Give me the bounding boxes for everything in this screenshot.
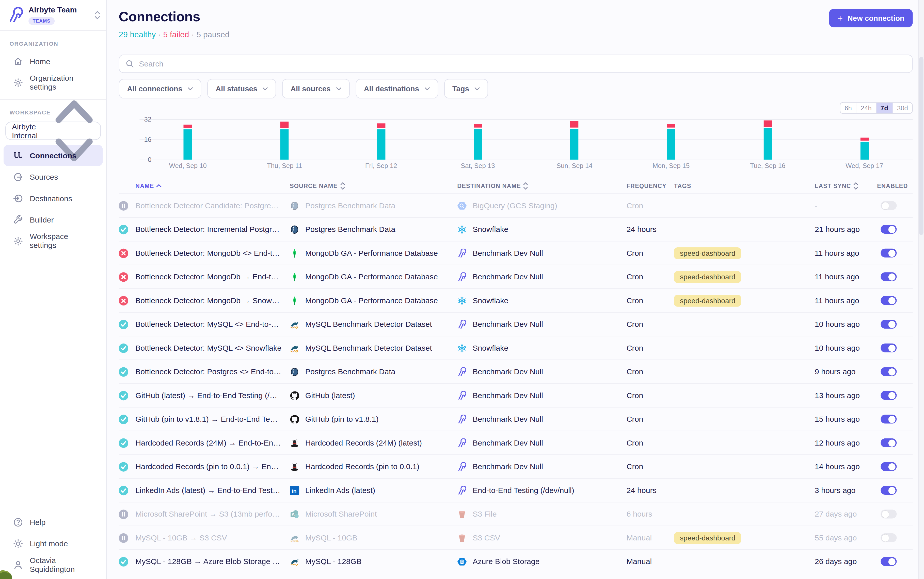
sidebar-footer-help[interactable]: Help [3, 511, 103, 533]
chart-bar-tue-sep-16[interactable] [720, 119, 816, 160]
tag-badge[interactable]: speed-dashboard [674, 247, 741, 259]
connection-name[interactable]: Bottleneck Detector: MongoDb <> End-to-E… [135, 249, 290, 258]
destination-cell[interactable]: Benchmark Dev Null [457, 272, 626, 281]
column-header-enabled[interactable]: ENABLED [877, 182, 913, 189]
tag-badge[interactable]: speed-dashboard [674, 271, 741, 283]
chart-bar-mon-sep-15[interactable] [623, 119, 720, 160]
sidebar-item-builder[interactable]: Builder [3, 209, 103, 230]
workspace-selector[interactable]: Airbyte Internal [5, 121, 101, 140]
filter-dropdown-all-connections[interactable]: All connections [119, 79, 202, 98]
enabled-toggle[interactable] [881, 367, 896, 376]
connection-name[interactable]: Bottleneck Detector: MongoDb → End-to-En… [135, 272, 290, 281]
destination-cell[interactable]: S3 CSV [457, 533, 626, 543]
destination-cell[interactable]: Benchmark Dev Null [457, 414, 626, 424]
connection-name[interactable]: GitHub (pin to v1.8.1) → End-to-End Test… [135, 415, 290, 424]
source-cell[interactable]: MySQL. MySQL Benchmark Detector Dataset [290, 319, 457, 329]
enabled-toggle[interactable] [881, 486, 896, 495]
source-cell[interactable]: in LinkedIn Ads (latest) [290, 486, 457, 495]
sidebar-footer-octavia-squiddington[interactable]: Octavia Squiddington [3, 554, 103, 576]
time-range-30d[interactable]: 30d [893, 103, 913, 113]
enabled-toggle[interactable] [881, 533, 896, 542]
destination-cell[interactable]: Snowflake [457, 296, 626, 305]
connection-name[interactable]: Hardcoded Records (pin to 0.0.1) → End-t… [135, 462, 290, 471]
filter-dropdown-all-sources[interactable]: All sources [282, 79, 350, 98]
source-cell[interactable]: Hardcoded Records (pin to 0.0.1) [290, 462, 457, 471]
source-cell[interactable]: MySQL. MySQL Benchmark Detector Dataset [290, 343, 457, 353]
sidebar-item-destinations[interactable]: Destinations [3, 188, 103, 209]
enabled-toggle[interactable] [881, 201, 896, 210]
chart-bar-sat-sep-13[interactable] [430, 119, 526, 160]
new-connection-button[interactable]: + New connection [829, 9, 913, 27]
destination-cell[interactable]: Benchmark Dev Null [457, 391, 626, 400]
chart-bar-wed-sep-10[interactable] [140, 119, 236, 160]
source-cell[interactable]: GitHub (pin to v1.8.1) [290, 414, 457, 424]
destination-cell[interactable]: End-to-End Testing (/dev/null) [457, 486, 626, 495]
source-cell[interactable]: MongoDb GA - Performance Database [290, 272, 457, 281]
chart-bar-sun-sep-14[interactable] [526, 119, 623, 160]
connection-name[interactable]: Bottleneck Detector Candidate: Postgres … [135, 201, 290, 210]
source-cell[interactable]: Postgres Benchmark Data [290, 201, 457, 210]
column-header-source-name[interactable]: SOURCE NAME [290, 182, 457, 190]
connection-name[interactable]: Bottleneck Detector: MySQL <> End-to-End… [135, 320, 290, 329]
connection-name[interactable]: Bottleneck Detector: Postgres <> End-to-… [135, 367, 290, 376]
connection-name[interactable]: GitHub (latest) → End-to-End Testing (/d… [135, 391, 290, 400]
destination-cell[interactable]: Snowflake [457, 224, 626, 234]
destination-cell[interactable]: Benchmark Dev Null [457, 367, 626, 376]
scrollbar[interactable] [918, 0, 924, 579]
chart-bar-thu-sep-11[interactable] [236, 119, 333, 160]
sidebar-item-organization-settings[interactable]: Organization settings [3, 72, 103, 93]
enabled-toggle[interactable] [881, 296, 896, 305]
enabled-toggle[interactable] [881, 462, 896, 471]
enabled-toggle[interactable] [881, 225, 896, 234]
column-header-name[interactable]: NAME [135, 182, 290, 189]
source-cell[interactable]: Postgres Benchmark Data [290, 224, 457, 234]
connection-name[interactable]: Bottleneck Detector: MySQL <> Snowflake [135, 343, 290, 352]
source-cell[interactable]: MongoDb GA - Performance Database [290, 248, 457, 258]
source-cell[interactable]: S Microsoft SharePoint [290, 509, 457, 518]
connection-name[interactable]: MySQL - 10GB → S3 CSV [135, 533, 290, 542]
time-range-24h[interactable]: 24h [857, 103, 876, 113]
connection-name[interactable]: Microsoft SharePoint → S3 (13mb performa… [135, 509, 290, 518]
column-header-tags[interactable]: TAGS [674, 182, 815, 189]
sidebar-footer-light-mode[interactable]: Light mode [3, 533, 103, 554]
enabled-toggle[interactable] [881, 438, 896, 447]
column-header-frequency[interactable]: FREQUENCY [627, 182, 674, 189]
enabled-toggle[interactable] [881, 320, 896, 329]
source-cell[interactable]: MongoDb GA - Performance Database [290, 296, 457, 305]
source-cell[interactable]: MySQL. MySQL - 128GB [290, 557, 457, 566]
destination-cell[interactable]: Benchmark Dev Null [457, 319, 626, 329]
connection-name[interactable]: Bottleneck Detector: Incremental Postgre… [135, 225, 290, 234]
filter-dropdown-all-statuses[interactable]: All statuses [207, 79, 276, 98]
enabled-toggle[interactable] [881, 557, 896, 566]
scrollbar-thumb[interactable] [919, 57, 923, 235]
connection-name[interactable]: Hardcoded Records (24M) → End-to-End Te.… [135, 438, 290, 447]
destination-cell[interactable]: BigQuery (GCS Staging) [457, 201, 626, 210]
destination-cell[interactable]: Snowflake [457, 343, 626, 353]
connection-name[interactable]: MySQL - 128GB → Azure Blob Storage JSOn … [135, 557, 290, 566]
sidebar-item-workspace-settings[interactable]: Workspace settings [3, 230, 103, 252]
connection-name[interactable]: Bottleneck Detector: MongoDb → Snowflake [135, 296, 290, 305]
column-header-last-sync[interactable]: LAST SYNC [815, 182, 877, 190]
chart-bar-wed-sep-17[interactable] [816, 119, 913, 160]
source-cell[interactable]: MySQL. MySQL - 10GB [290, 533, 457, 543]
search-input[interactable] [139, 59, 906, 68]
destination-cell[interactable]: Benchmark Dev Null [457, 462, 626, 471]
sidebar-item-sources[interactable]: Sources [3, 166, 103, 188]
connection-name[interactable]: LinkedIn Ads (latest) → End-to-End Testi… [135, 486, 290, 495]
enabled-toggle[interactable] [881, 272, 896, 281]
org-switcher[interactable]: Airbyte Team TEAMS [0, 0, 107, 31]
source-cell[interactable]: Hardcoded Records (24M) (latest) [290, 438, 457, 448]
enabled-toggle[interactable] [881, 391, 896, 400]
enabled-toggle[interactable] [881, 509, 896, 518]
filter-dropdown-tags[interactable]: Tags [444, 79, 488, 98]
time-range-7d[interactable]: 7d [876, 103, 893, 113]
enabled-toggle[interactable] [881, 415, 896, 424]
destination-cell[interactable]: Benchmark Dev Null [457, 438, 626, 448]
enabled-toggle[interactable] [881, 249, 896, 258]
column-header-destination-name[interactable]: DESTINATION NAME [457, 182, 626, 190]
enabled-toggle[interactable] [881, 343, 896, 352]
source-cell[interactable]: Postgres Benchmark Data [290, 367, 457, 376]
sidebar-item-home[interactable]: Home [3, 51, 103, 72]
tag-badge[interactable]: speed-dashboard [674, 532, 741, 544]
source-cell[interactable]: GitHub (latest) [290, 391, 457, 400]
